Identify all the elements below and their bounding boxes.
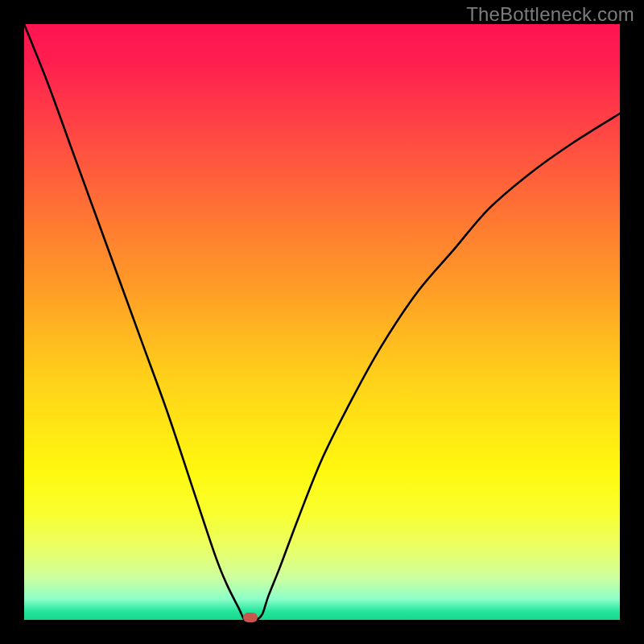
bottleneck-curve	[24, 24, 620, 620]
minimum-marker	[243, 613, 258, 622]
chart-frame: TheBottleneck.com	[0, 0, 644, 644]
plot-area	[24, 24, 620, 620]
watermark-text: TheBottleneck.com	[466, 3, 634, 26]
curve-path	[24, 24, 620, 620]
